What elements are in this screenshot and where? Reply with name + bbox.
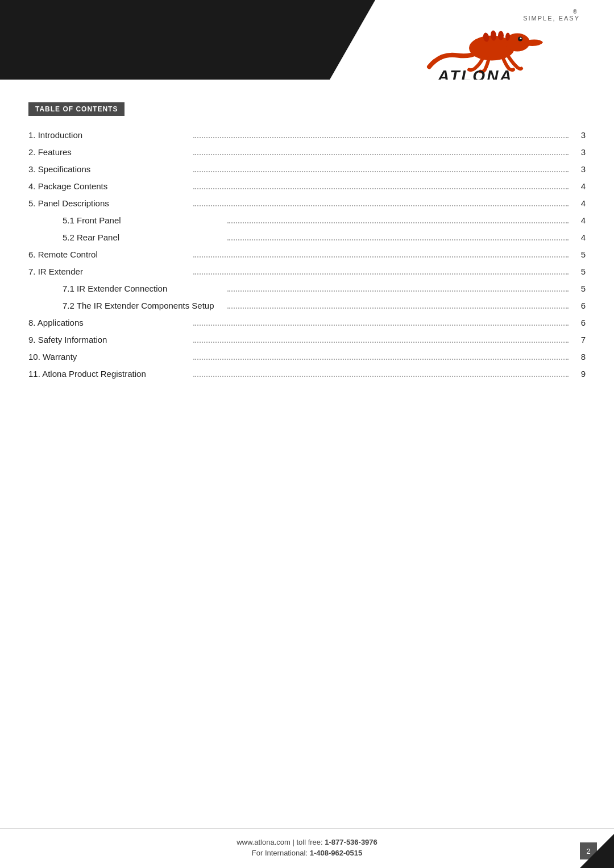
toc-page-number: 3 [574,164,586,174]
toc-entry: 5.1 Front Panel4 [28,215,586,226]
toc-entry-label: 7. IR Extender [28,267,188,276]
toc-entry: 10. Warranty8 [28,352,586,362]
toc-entry-label: 7.2 The IR Extender Components Setup [63,301,222,310]
toc-entry-label: 11. Atlona Product Registration [28,369,188,379]
toc-entry: 9. Safety Information7 [28,335,586,345]
toc-dots [227,222,569,223]
toc-entry-label: 5. Panel Descriptions [28,198,188,208]
toc-entry: 1. Introduction3 [28,130,586,140]
logo-area: ® SIMPLE, EASY [523,9,580,23]
toc-entry: 7.2 The IR Extender Components Setup6 [28,301,586,311]
toc-page-number: 4 [574,215,586,225]
toc-dots [193,256,569,258]
footer-website: www.atlona.com [237,838,291,846]
registered-symbol: ® [573,9,577,15]
toc-dots [227,290,569,292]
svg-point-3 [520,38,522,39]
toc-page-number: 6 [574,301,586,310]
toc-entry: 4. Package Contents4 [28,181,586,192]
svg-text:ATLONA: ATLONA [437,67,513,80]
main-content: TABLE OF CONTENTS 1. Introduction32. Fea… [0,80,614,454]
toc-entry-label: 6. Remote Control [28,250,188,259]
toc-page-number: 5 [574,284,586,293]
table-of-contents: 1. Introduction32. Features33. Specifica… [28,130,586,379]
toc-entry: 3. Specifications3 [28,164,586,175]
lizard-logo-icon: ATLONA [424,14,549,80]
toc-page-number: 5 [574,267,586,276]
footer-contact: www.atlona.com | toll free: 1-877-536-39… [237,838,377,846]
toc-entry-label: 4. Package Contents [28,181,188,191]
toc-dots [193,188,569,189]
toc-page-number: 4 [574,181,586,191]
toc-entry-label: 7.1 IR Extender Connection [63,284,222,293]
footer-international-label: For International: [252,849,310,857]
toc-header-label: TABLE OF CONTENTS [28,102,125,116]
toc-dots [193,359,569,360]
toc-entry: 6. Remote Control5 [28,250,586,260]
header-white-area: ® SIMPLE, EASY [330,0,614,80]
footer-international: For International: 1-408-962-0515 [252,849,362,857]
footer-international-phone: 1-408-962-0515 [310,849,363,857]
toc-page-number: 5 [574,250,586,259]
toc-dots [227,239,569,240]
footer-separator: | toll free: [291,838,325,846]
toc-page-number: 4 [574,198,586,208]
toc-page-number: 9 [574,369,586,379]
svg-point-6 [498,31,504,40]
toc-entry: 7. IR Extender5 [28,267,586,277]
toc-entry: 11. Atlona Product Registration9 [28,369,586,379]
toc-entry: 2. Features3 [28,147,586,157]
page-footer: www.atlona.com | toll free: 1-877-536-39… [0,828,614,868]
toc-entry-label: 2. Features [28,147,188,157]
toc-entry: 5.2 Rear Panel4 [28,232,586,243]
toc-dots [193,273,569,275]
toc-dots [193,205,569,206]
toc-entry-label: 10. Warranty [28,352,188,362]
toc-page-number: 7 [574,335,586,344]
toc-page-number: 6 [574,318,586,327]
toc-entry-label: 3. Specifications [28,164,188,174]
toc-page-number: 3 [574,130,586,140]
toc-entry: 7.1 IR Extender Connection5 [28,284,586,294]
toc-dots [193,137,569,138]
toc-entry: 5. Panel Descriptions4 [28,198,586,209]
toc-page-number: 8 [574,352,586,362]
toc-dots [193,154,569,155]
toc-entry-label: 5.2 Rear Panel [63,232,222,242]
toc-dots [193,325,569,326]
toc-dots [193,171,569,172]
toc-entry-label: 1. Introduction [28,130,188,140]
toc-entry-label: 8. Applications [28,318,188,327]
toc-entry-label: 5.1 Front Panel [63,215,222,225]
toc-page-number: 3 [574,147,586,157]
page-header: ® SIMPLE, EASY [0,0,614,80]
toc-dots [227,308,569,309]
toc-dots [193,376,569,377]
footer-phone: 1-877-536-3976 [325,838,377,846]
toc-entry-label: 9. Safety Information [28,335,188,344]
toc-page-number: 4 [574,232,586,242]
toc-entry: 8. Applications6 [28,318,586,328]
toc-dots [193,342,569,343]
